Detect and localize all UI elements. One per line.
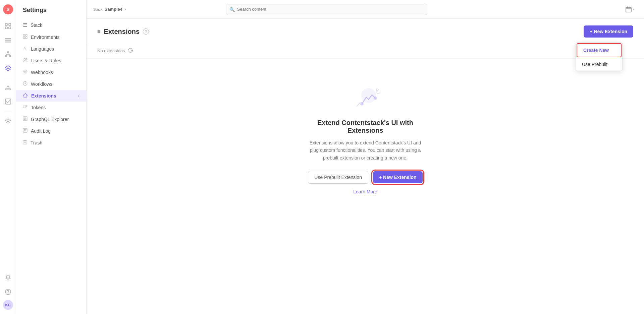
svg-rect-4 (5, 27, 7, 29)
refresh-icon[interactable] (128, 48, 133, 54)
nav-upload-icon[interactable] (2, 81, 14, 93)
sidebar-item-trash[interactable]: Trash (16, 137, 86, 148)
sidebar-item-label: Webhooks (31, 70, 53, 75)
page-header: ≡ Extensions ? + New Extension Create Ne… (87, 19, 644, 43)
dropdown-use-prebuilt[interactable]: Use Prebuilt (576, 58, 622, 71)
svg-point-45 (361, 88, 376, 103)
new-extension-wrapper: + New Extension Create New Use Prebuilt (584, 25, 633, 38)
svg-point-31 (26, 105, 27, 107)
sidebar-item-users-roles[interactable]: Users & Roles (16, 55, 86, 66)
no-extensions-text: No extensions (97, 48, 125, 53)
svg-rect-3 (9, 23, 11, 25)
learn-more-link[interactable]: Learn More (353, 189, 377, 194)
svg-rect-16 (5, 89, 11, 90)
settings-sidebar: Settings ☰ Stack Environments A Language… (16, 0, 87, 314)
svg-point-18 (7, 120, 9, 122)
new-extension-center-button[interactable]: + New Extension (373, 171, 423, 183)
sidebar-item-label: Tokens (31, 105, 46, 110)
sidebar-item-label: Workflows (31, 81, 52, 87)
stack-icon: ☰ (23, 22, 27, 28)
topbar-right: ▾ (623, 5, 637, 14)
audit-icon (23, 128, 28, 134)
nav-grid-icon[interactable] (2, 20, 14, 32)
sub-header: No extensions (87, 43, 644, 59)
stack-name: Sample4 (105, 7, 122, 12)
sidebar-item-audit-log[interactable]: Audit Log (16, 125, 86, 137)
nav-check-icon[interactable] (2, 96, 14, 108)
app-logo[interactable]: S (3, 4, 13, 15)
extensions-icon (23, 93, 28, 99)
help-icon[interactable] (2, 286, 14, 298)
svg-point-26 (24, 59, 25, 60)
svg-point-47 (374, 97, 377, 100)
stack-chevron-icon: ▾ (124, 7, 126, 11)
trash-icon (23, 140, 27, 145)
use-prebuilt-button[interactable]: Use Prebuilt Extension (308, 171, 368, 184)
calendar-button[interactable]: ▾ (623, 5, 637, 14)
calendar-chevron-icon: ▾ (633, 7, 635, 11)
svg-point-20 (8, 293, 8, 294)
menu-icon[interactable]: ≡ (97, 28, 100, 35)
svg-rect-40 (23, 141, 27, 144)
svg-rect-44 (626, 7, 631, 12)
empty-state-actions: Use Prebuilt Extension + New Extension (308, 171, 422, 184)
sidebar-item-label: Audit Log (31, 128, 51, 134)
sidebar-item-label: Users & Roles (31, 58, 61, 63)
chevron-right-icon: › (78, 94, 79, 98)
languages-icon: A (23, 46, 28, 52)
nav-tree-icon[interactable] (2, 48, 14, 60)
user-avatar[interactable]: KC (3, 300, 13, 310)
new-extension-button[interactable]: + New Extension (584, 25, 633, 38)
sidebar-item-languages[interactable]: A Languages (16, 43, 86, 55)
sidebar-item-extensions[interactable]: Extensions › (16, 90, 86, 102)
sidebar-item-stack[interactable]: ☰ Stack (16, 19, 86, 31)
svg-point-46 (360, 102, 364, 106)
notification-icon[interactable] (2, 272, 14, 284)
topbar: Stack Sample4 ▾ 🔍 ▾ (87, 0, 644, 19)
rail-divider-2 (4, 111, 12, 111)
sidebar-item-webhooks[interactable]: Webhooks (16, 66, 86, 78)
workflows-icon (23, 81, 28, 87)
graphql-icon (23, 116, 28, 122)
dropdown-create-new[interactable]: Create New (577, 43, 622, 57)
environments-icon (23, 34, 28, 40)
webhooks-icon (23, 69, 28, 75)
stack-selector[interactable]: Stack Sample4 ▾ (93, 7, 126, 12)
sidebar-item-label: Trash (31, 140, 42, 145)
icon-rail: S KC (0, 0, 16, 314)
svg-point-27 (26, 59, 27, 60)
rail-divider (4, 78, 12, 78)
svg-rect-9 (7, 52, 9, 53)
svg-rect-21 (23, 35, 25, 36)
svg-text:S: S (6, 7, 9, 12)
search-icon: 🔍 (229, 7, 235, 12)
svg-rect-22 (25, 35, 27, 36)
empty-state-description: Extensions allow you to extend Contentst… (305, 139, 426, 162)
stack-label: Stack (93, 7, 103, 11)
main-wrapper: Stack Sample4 ▾ 🔍 ▾ ≡ Extensions ? + New… (87, 0, 644, 314)
users-icon (23, 58, 28, 63)
sidebar-item-label: Environments (31, 35, 60, 40)
svg-rect-8 (5, 42, 11, 43)
nav-layers-icon[interactable] (2, 62, 14, 74)
search-input[interactable] (226, 4, 427, 15)
sidebar-item-environments[interactable]: Environments (16, 31, 86, 43)
search-bar[interactable]: 🔍 (226, 4, 427, 15)
empty-illustration (350, 85, 380, 112)
sidebar-item-workflows[interactable]: Workflows (16, 78, 86, 90)
sidebar-item-graphql[interactable]: GraphQL Explorer (16, 113, 86, 125)
empty-state-title: Extend Contentstack's UI with Extensions (312, 119, 419, 134)
svg-rect-10 (5, 55, 7, 57)
sidebar-item-tokens[interactable]: Tokens (16, 102, 86, 113)
page-title: Extensions (104, 28, 140, 36)
svg-rect-6 (5, 38, 11, 39)
svg-point-28 (24, 71, 26, 72)
sidebar-item-label: Languages (31, 46, 54, 52)
sidebar-item-label: Stack (31, 22, 42, 28)
nav-settings-icon[interactable] (2, 115, 14, 127)
page-title-wrap: ≡ Extensions ? (97, 28, 149, 36)
page-help-icon[interactable]: ? (143, 28, 149, 35)
svg-rect-24 (25, 37, 27, 39)
svg-rect-11 (9, 55, 11, 57)
nav-list-icon[interactable] (2, 34, 14, 46)
